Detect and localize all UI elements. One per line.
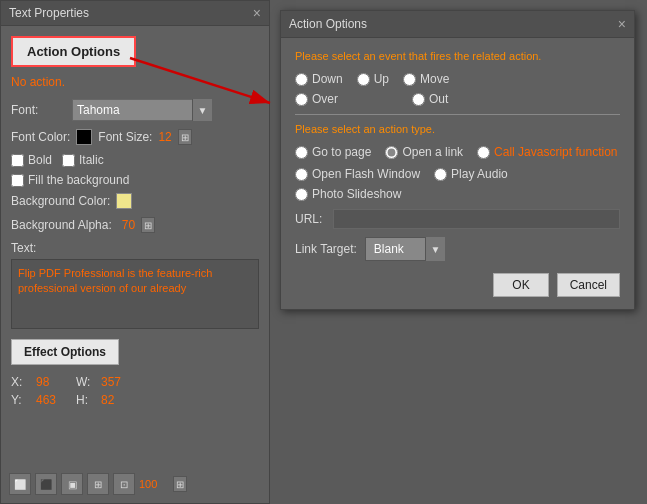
event-instruction: Please select an event that fires the re…: [295, 50, 620, 62]
event-up-label: Up: [357, 72, 389, 86]
action-flash-radio[interactable]: [295, 168, 308, 181]
bg-alpha-value: 70: [122, 218, 135, 232]
dialog-title-bar: Action Options ×: [281, 11, 634, 38]
action-flash-label: Open Flash Window: [295, 167, 420, 181]
event-over-radio[interactable]: [295, 93, 308, 106]
action-goto-label: Go to page: [295, 145, 371, 159]
panel-close-button[interactable]: ×: [253, 5, 261, 21]
panel-content: Action Options No action. Font: Tahoma ▼…: [1, 26, 269, 421]
action-slideshow-label: Photo Slideshow: [295, 187, 401, 201]
dialog-close-button[interactable]: ×: [618, 16, 626, 32]
effect-options-button[interactable]: Effect Options: [11, 339, 119, 365]
panel-title-bar: Text Properties ×: [1, 1, 269, 26]
font-color-label: Font Color:: [11, 130, 70, 144]
fill-bg-row: Fill the background: [11, 173, 259, 187]
action-calljs-radio[interactable]: [477, 146, 490, 159]
no-action-label: No action.: [11, 75, 259, 89]
font-row: Font: Tahoma ▼: [11, 99, 259, 121]
event-over-label: Over: [295, 92, 338, 106]
bg-alpha-label: Background Alpha:: [11, 218, 112, 232]
y-value: 463: [36, 393, 66, 407]
link-target-row: Link Target: Blank Self Parent Top ▼: [295, 237, 620, 261]
separator-line-1: [295, 114, 620, 115]
coords-row-2: Y: 463 H: 82: [11, 393, 259, 407]
bg-alpha-row: Background Alpha: 70 ⊞: [11, 217, 259, 233]
font-size-value: 12: [158, 130, 171, 144]
event-out-radio[interactable]: [412, 93, 425, 106]
action-radio-group-row2: Open Flash Window Play Audio Photo Slide…: [295, 167, 620, 201]
italic-checkbox[interactable]: [62, 154, 75, 167]
dialog-buttons: OK Cancel: [295, 273, 620, 297]
cancel-button[interactable]: Cancel: [557, 273, 620, 297]
link-target-select[interactable]: Blank Self Parent Top: [365, 237, 445, 261]
action-goto-radio[interactable]: [295, 146, 308, 159]
text-section-label: Text:: [11, 241, 259, 255]
action-radio-group-row1: Go to page Open a link Call Javascript f…: [295, 145, 620, 159]
event-radio-group-row1: Down Up Move: [295, 72, 620, 86]
event-out-label: Out: [412, 92, 448, 106]
ok-button[interactable]: OK: [493, 273, 548, 297]
x-value: 98: [36, 375, 66, 389]
bold-italic-row: Bold Italic: [11, 153, 259, 167]
w-label: W:: [76, 375, 91, 389]
url-input[interactable]: [333, 209, 620, 229]
bold-checkbox[interactable]: [11, 154, 24, 167]
fill-bg-checkbox[interactable]: [11, 174, 24, 187]
action-instruction: Please select an action type.: [295, 123, 620, 135]
font-color-row: Font Color: Font Size: 12 ⊞: [11, 129, 259, 145]
zoom-value: 100: [139, 478, 169, 490]
link-target-label: Link Target:: [295, 242, 357, 256]
font-select[interactable]: Tahoma: [72, 99, 212, 121]
icon-distribute[interactable]: ⊞: [87, 473, 109, 495]
action-slideshow-radio[interactable]: [295, 188, 308, 201]
event-move-label: Move: [403, 72, 449, 86]
font-size-label: Font Size:: [98, 130, 152, 144]
text-properties-panel: Text Properties × Action Options No acti…: [0, 0, 270, 504]
bg-color-row: Background Color:: [11, 193, 259, 209]
dialog-title-label: Action Options: [289, 17, 367, 31]
panel-title-label: Text Properties: [9, 6, 89, 20]
dialog-content: Please select an event that fires the re…: [281, 38, 634, 309]
action-options-dialog: Action Options × Please select an event …: [280, 10, 635, 310]
bold-checkbox-label: Bold: [11, 153, 52, 167]
font-color-swatch[interactable]: [76, 129, 92, 145]
fill-bg-checkbox-label: Fill the background: [11, 173, 129, 187]
bottom-toolbar: ⬜ ⬛ ▣ ⊞ ⊡ 100 ⊞: [9, 473, 187, 495]
icon-align-right[interactable]: ▣: [61, 473, 83, 495]
url-label: URL:: [295, 212, 325, 226]
event-down-radio[interactable]: [295, 73, 308, 86]
url-row: URL:: [295, 209, 620, 229]
event-up-radio[interactable]: [357, 73, 370, 86]
icon-lock[interactable]: ⊡: [113, 473, 135, 495]
x-label: X:: [11, 375, 26, 389]
event-radio-group-row2: Over Out: [295, 92, 620, 106]
action-calljs-label: Call Javascript function: [477, 145, 617, 159]
text-content-area: Flip PDF Professional is the feature-ric…: [11, 259, 259, 329]
action-options-button[interactable]: Action Options: [11, 36, 136, 67]
link-target-select-wrapper: Blank Self Parent Top ▼: [365, 237, 445, 261]
event-down-label: Down: [295, 72, 343, 86]
action-audio-radio[interactable]: [434, 168, 447, 181]
bg-color-label: Background Color:: [11, 194, 110, 208]
action-openlink-label: Open a link: [385, 145, 463, 159]
font-label: Font:: [11, 103, 66, 117]
action-openlink-radio[interactable]: [385, 146, 398, 159]
w-value: 357: [101, 375, 131, 389]
font-select-wrapper: Tahoma ▼: [72, 99, 212, 121]
font-size-stepper[interactable]: ⊞: [178, 129, 192, 145]
icon-align-left[interactable]: ⬜: [9, 473, 31, 495]
zoom-stepper[interactable]: ⊞: [173, 476, 187, 492]
coords-row-1: X: 98 W: 357: [11, 375, 259, 389]
italic-checkbox-label: Italic: [62, 153, 104, 167]
bg-color-swatch[interactable]: [116, 193, 132, 209]
event-move-radio[interactable]: [403, 73, 416, 86]
y-label: Y:: [11, 393, 26, 407]
h-label: H:: [76, 393, 91, 407]
icon-align-center[interactable]: ⬛: [35, 473, 57, 495]
h-value: 82: [101, 393, 131, 407]
action-audio-label: Play Audio: [434, 167, 508, 181]
bg-alpha-stepper[interactable]: ⊞: [141, 217, 155, 233]
